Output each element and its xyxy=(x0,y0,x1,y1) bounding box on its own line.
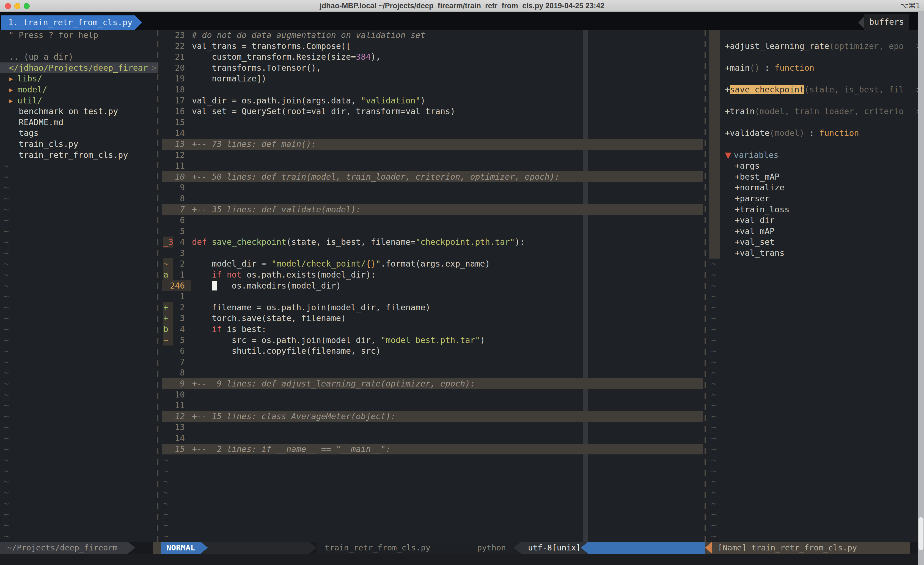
editor-row[interactable]: 16val_set = QuerySet(root=val_dir, trans… xyxy=(162,106,703,117)
editor-row[interactable]: a1 if not os.path.exists(model_dir): xyxy=(162,269,703,280)
editor-row[interactable]: ~ xyxy=(162,487,703,498)
editor-row[interactable]: 11 xyxy=(162,160,703,171)
editor-row[interactable]: ~2 model_dir = "model/check_point/{}".fo… xyxy=(162,258,703,269)
tree-root-path[interactable]: </jdhao/Projects/deep_firear> xyxy=(0,62,158,74)
scrollbar-track[interactable] xyxy=(918,12,924,565)
editor-row[interactable]: +2 filename = os.path.join(model_dir, fi… xyxy=(162,302,703,313)
editor-row[interactable]: 18 xyxy=(162,84,703,95)
scrollbar-thumb[interactable] xyxy=(918,517,924,550)
editor-row[interactable]: ~ xyxy=(162,498,703,509)
tree-dir-util[interactable]: ▸util/ xyxy=(0,95,158,106)
tagbar-row[interactable]: +val_dir xyxy=(709,215,924,226)
buffer-end-tilde: ~ xyxy=(711,378,716,389)
tree-dir-model[interactable]: ▸model/ xyxy=(0,84,158,95)
folded-region[interactable]: 12+-- 15 lines: class AverageMeter(objec… xyxy=(162,411,703,422)
editor-row[interactable]: ~5 src = os.path.join(model_dir, "model_… xyxy=(162,335,703,346)
tagbar-row[interactable]: +best_mAP xyxy=(709,171,924,182)
editor-row[interactable]: 3 xyxy=(162,248,703,258)
tagbar-row xyxy=(709,51,924,62)
editor-row[interactable]: 23# do not do data augmentation on valid… xyxy=(162,30,703,41)
editor-row[interactable]: 21 custom_transform.Resize(size=384), xyxy=(162,51,703,62)
editor-row[interactable]: 14 xyxy=(162,128,703,139)
buffer-end-tilde: ~ xyxy=(4,324,9,335)
buffer-end-tilde: ~ xyxy=(711,444,716,455)
tab-active[interactable]: 1. train_retr_from_cls.py xyxy=(1,15,142,30)
tagbar-row[interactable]: +train(model, train_loader, criterio> xyxy=(709,106,924,117)
tree-help-line[interactable]: " Press ? for help xyxy=(0,30,158,41)
editor-row[interactable]: ~ xyxy=(162,466,703,476)
tagbar-row[interactable]: +parser xyxy=(709,193,924,204)
editor-row[interactable]: b4 if is_best: xyxy=(162,324,703,335)
tagbar-row[interactable]: +val_trans xyxy=(709,248,924,258)
window-separator-right[interactable] xyxy=(705,30,706,542)
folder-collapsed-icon: ▸ xyxy=(9,85,13,94)
tree-empty-row: ~ xyxy=(0,302,158,313)
tree-empty-row: ~ xyxy=(0,466,158,476)
editor-row[interactable]: 15 xyxy=(162,117,703,128)
editor-row[interactable]: 9 xyxy=(162,182,703,193)
editor-row[interactable]: 246 os.makedirs(model_dir) xyxy=(162,280,703,291)
tagbar-row: ~ xyxy=(709,444,924,455)
tag-token: : xyxy=(804,128,819,138)
editor-row[interactable]: +3 torch.save(state, filename) xyxy=(162,313,703,324)
tree-up-dir[interactable]: .. (up a dir) xyxy=(0,51,158,62)
tagbar-row[interactable]: ▼ variables xyxy=(709,150,924,161)
tagbar-row[interactable]: +adjust_learning_rate(optimizer, epo> xyxy=(709,41,924,52)
editor-row[interactable]: 14 xyxy=(162,433,703,444)
tree-dir-libs[interactable]: ▸libs/ xyxy=(0,73,158,84)
buffer-end-tilde: ~ xyxy=(711,509,716,520)
editor-row[interactable]: 6 shutil.copyfile(filename, src) xyxy=(162,346,703,356)
tagbar-row[interactable]: +main() : function xyxy=(709,62,924,74)
tagbar-row: ~ xyxy=(709,356,924,368)
tagbar-row[interactable]: +val_mAP xyxy=(709,226,924,237)
folded-region[interactable]: 13+-- 73 lines: def main(): xyxy=(162,139,703,150)
editor-row[interactable]: ~ xyxy=(162,509,703,520)
editor-row[interactable]: 12 xyxy=(162,150,703,161)
tag-token: +val_dir xyxy=(725,215,775,225)
command-line[interactable] xyxy=(0,554,924,565)
editor-row[interactable]: 22val_trans = transforms.Compose([ xyxy=(162,41,703,52)
tree-file-README-md[interactable]: README.md xyxy=(0,117,158,128)
editor-row[interactable]: ~ xyxy=(162,454,703,466)
folded-region[interactable]: 10+-- 50 lines: def train(model, train_l… xyxy=(162,171,703,182)
editor-row[interactable]: 8 xyxy=(162,367,703,378)
folded-region[interactable]: 9+-- 9 lines: def adjust_learning_rate(o… xyxy=(162,378,703,389)
editor-row[interactable]: ~ xyxy=(162,476,703,487)
editor-row[interactable]: 20 transforms.ToTensor(), xyxy=(162,62,703,74)
buffer-end-tilde: ~ xyxy=(711,487,716,498)
buffers-label[interactable]: buffers xyxy=(864,14,909,30)
window-separator-left[interactable] xyxy=(157,30,158,542)
tagbar-row: ~ xyxy=(709,520,924,531)
editor-row[interactable]: ~ xyxy=(162,530,703,542)
folder-collapsed-icon: ▸ xyxy=(9,96,13,105)
folded-region[interactable]: 15+-- 2 lines: if __name__ == "__main__"… xyxy=(162,444,703,455)
tree-file-train_retr_from_cls-py[interactable]: train_retr_from_cls.py xyxy=(0,150,158,161)
tagbar-row[interactable]: +val_set xyxy=(709,237,924,248)
editor-row[interactable]: 11 xyxy=(162,400,703,411)
editor-row[interactable]: 19 normalize]) xyxy=(162,73,703,84)
tagbar-row[interactable]: +save_checkpoint(state, is_best, fil> xyxy=(709,84,924,95)
editor-row[interactable]: ~ xyxy=(162,520,703,531)
powerline-arrow-icon xyxy=(581,542,588,553)
editor-row[interactable]: 1 xyxy=(162,291,703,302)
editor-row[interactable]: _34def save_checkpoint(state, is_best, f… xyxy=(162,237,703,248)
editor-row[interactable]: 8 xyxy=(162,193,703,204)
tree-file-tags[interactable]: tags xyxy=(0,128,158,139)
buffer-end-tilde: ~ xyxy=(4,422,9,433)
editor-row[interactable]: 5 xyxy=(162,226,703,237)
tagbar-row[interactable]: +args xyxy=(709,160,924,171)
fold-text: +-- 35 lines: def validate(model): xyxy=(192,204,361,215)
tagbar-row[interactable]: +normalize xyxy=(709,182,924,193)
tree-file-train_cls-py[interactable]: train_cls.py xyxy=(0,139,158,150)
tree-file-benchmark_on_test-py[interactable]: benchmark_on_test.py xyxy=(0,106,158,117)
folded-region[interactable]: 7+-- 35 lines: def validate(model): xyxy=(162,204,703,215)
tagbar-row[interactable]: +train_loss xyxy=(709,204,924,215)
editor-row[interactable]: 13 xyxy=(162,422,703,433)
editor-row[interactable]: 7 xyxy=(162,356,703,368)
editor-row[interactable]: 17val_dir = os.path.join(args.data, "val… xyxy=(162,95,703,106)
tagbar-row[interactable]: +validate(model) : function xyxy=(709,128,924,139)
editor-row[interactable]: 10 xyxy=(162,389,703,400)
editor-row[interactable]: 6 xyxy=(162,215,703,226)
tag-token: function xyxy=(775,63,814,73)
tagbar-row: ~ xyxy=(709,530,924,542)
